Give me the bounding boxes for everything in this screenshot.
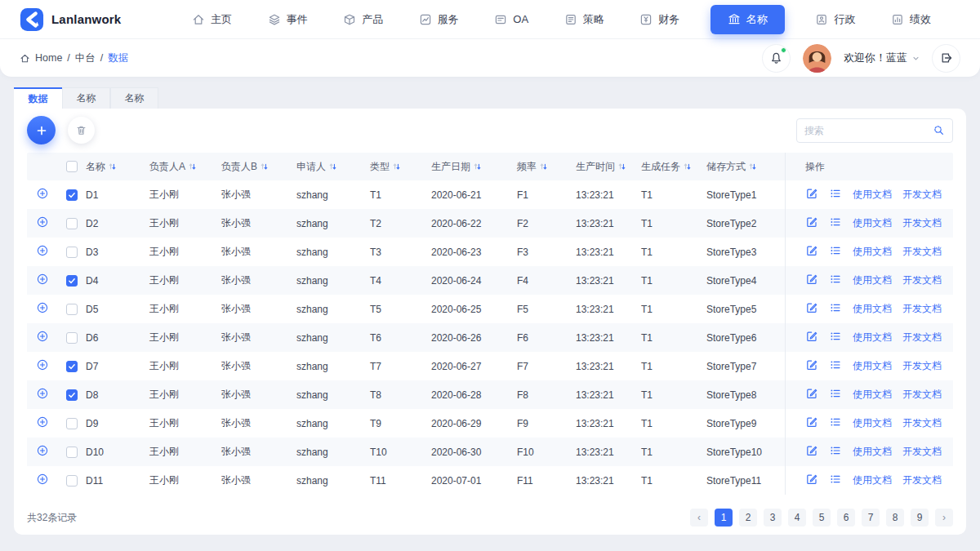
expand-row-button[interactable]	[36, 301, 49, 317]
column-header-4[interactable]: 类型	[370, 160, 431, 174]
op-link-1[interactable]: 开发文档	[902, 359, 942, 373]
page-button-1[interactable]: 1	[715, 509, 733, 527]
detail-list-button[interactable]	[829, 187, 842, 202]
column-header-1[interactable]: 负责人A	[149, 160, 221, 174]
edit-button[interactable]	[805, 444, 818, 460]
add-record-button[interactable]	[27, 116, 56, 144]
edit-button[interactable]	[805, 387, 818, 402]
search-icon[interactable]	[933, 124, 945, 136]
user-avatar[interactable]	[803, 44, 831, 73]
op-link-1[interactable]: 开发文档	[902, 245, 942, 259]
expand-row-button[interactable]	[36, 187, 49, 202]
op-link-1[interactable]: 开发文档	[902, 188, 942, 202]
tab-1[interactable]: 名称	[62, 87, 110, 109]
breadcrumb-root[interactable]: Home	[35, 52, 62, 64]
detail-list-button[interactable]	[829, 415, 842, 431]
prev-page-button[interactable]: ‹	[690, 509, 708, 527]
page-button-3[interactable]: 3	[764, 509, 782, 527]
op-link-1[interactable]: 开发文档	[902, 331, 942, 344]
expand-row-button[interactable]	[36, 415, 49, 431]
page-button-2[interactable]: 2	[739, 509, 757, 527]
edit-button[interactable]	[805, 330, 818, 345]
expand-row-button[interactable]	[36, 358, 49, 374]
op-link-0[interactable]: 使用文档	[853, 302, 892, 316]
nav-item-home[interactable]: 主页	[187, 6, 237, 33]
nav-item-performance[interactable]: 绩效	[886, 6, 936, 33]
op-link-1[interactable]: 开发文档	[902, 302, 942, 316]
expand-row-button[interactable]	[36, 273, 49, 288]
column-header-7[interactable]: 生产时间	[576, 160, 641, 174]
column-header-9[interactable]: 储存方式	[706, 160, 785, 174]
detail-list-button[interactable]	[829, 330, 842, 345]
expand-row-button[interactable]	[36, 473, 49, 488]
expand-row-button[interactable]	[36, 216, 49, 231]
page-button-8[interactable]: 8	[886, 509, 904, 527]
detail-list-button[interactable]	[829, 216, 842, 231]
row-checkbox[interactable]	[66, 361, 78, 372]
op-link-0[interactable]: 使用文档	[853, 188, 892, 202]
op-link-0[interactable]: 使用文档	[853, 359, 892, 373]
user-greeting[interactable]: 欢迎你！蓝蓝	[844, 51, 920, 65]
select-all-checkbox[interactable]	[66, 161, 78, 172]
op-link-1[interactable]: 开发文档	[902, 388, 942, 402]
column-header-3[interactable]: 申请人	[296, 160, 370, 174]
op-link-0[interactable]: 使用文档	[853, 416, 892, 430]
delete-button[interactable]	[68, 117, 95, 144]
column-header-5[interactable]: 生产日期	[431, 160, 517, 174]
op-link-0[interactable]: 使用文档	[853, 445, 892, 459]
edit-button[interactable]	[805, 273, 818, 288]
column-header-0[interactable]: 名称	[86, 160, 149, 174]
row-checkbox[interactable]	[66, 389, 78, 401]
expand-row-button[interactable]	[36, 387, 49, 402]
edit-button[interactable]	[805, 358, 818, 374]
op-link-1[interactable]: 开发文档	[902, 216, 942, 230]
nav-item-admin[interactable]: 行政	[810, 6, 860, 33]
column-header-2[interactable]: 负责人B	[221, 160, 296, 174]
edit-button[interactable]	[805, 216, 818, 231]
op-link-0[interactable]: 使用文档	[853, 273, 892, 287]
detail-list-button[interactable]	[829, 444, 842, 460]
op-link-1[interactable]: 开发文档	[902, 416, 942, 430]
edit-button[interactable]	[805, 301, 818, 317]
expand-row-button[interactable]	[36, 444, 49, 460]
row-checkbox[interactable]	[66, 447, 78, 458]
page-button-7[interactable]: 7	[862, 509, 880, 527]
nav-item-bank[interactable]: 名称	[710, 5, 785, 34]
op-link-0[interactable]: 使用文档	[853, 388, 892, 402]
edit-button[interactable]	[805, 415, 818, 431]
row-checkbox[interactable]	[66, 475, 78, 487]
page-button-6[interactable]: 6	[837, 509, 855, 527]
nav-item-oa[interactable]: OA	[489, 7, 533, 33]
nav-item-finance[interactable]: 财务	[635, 6, 684, 33]
next-page-button[interactable]: ›	[935, 509, 953, 527]
search-input[interactable]	[804, 125, 933, 136]
page-button-4[interactable]: 4	[788, 509, 806, 527]
edit-button[interactable]	[805, 187, 818, 202]
breadcrumb-section[interactable]: 中台	[75, 51, 96, 65]
nav-item-box[interactable]: 产品	[338, 6, 388, 33]
detail-list-button[interactable]	[829, 387, 842, 402]
op-link-1[interactable]: 开发文档	[902, 445, 942, 459]
detail-list-button[interactable]	[829, 473, 842, 488]
row-checkbox[interactable]	[66, 247, 78, 258]
breadcrumb-current[interactable]: 数据	[108, 51, 128, 65]
page-button-9[interactable]: 9	[911, 509, 929, 527]
op-link-1[interactable]: 开发文档	[902, 273, 942, 287]
expand-row-button[interactable]	[36, 330, 49, 345]
op-link-0[interactable]: 使用文档	[853, 473, 892, 487]
detail-list-button[interactable]	[829, 273, 842, 288]
op-link-0[interactable]: 使用文档	[853, 331, 892, 344]
notifications-button[interactable]	[762, 44, 791, 73]
row-checkbox[interactable]	[66, 218, 78, 229]
nav-item-strategy[interactable]: 策略	[559, 6, 609, 33]
detail-list-button[interactable]	[829, 244, 842, 260]
column-header-6[interactable]: 频率	[517, 160, 576, 174]
detail-list-button[interactable]	[829, 358, 842, 374]
edit-button[interactable]	[805, 473, 818, 488]
logout-button[interactable]	[932, 44, 960, 73]
op-link-0[interactable]: 使用文档	[853, 245, 892, 259]
row-checkbox[interactable]	[66, 304, 78, 315]
edit-button[interactable]	[805, 244, 818, 260]
tab-2[interactable]: 名称	[110, 87, 158, 109]
column-header-8[interactable]: 生成任务	[641, 160, 706, 174]
